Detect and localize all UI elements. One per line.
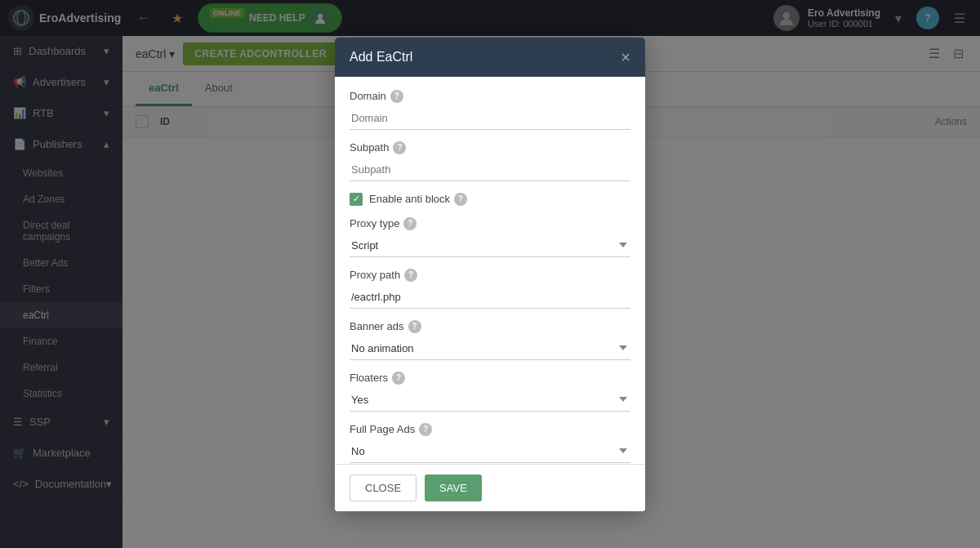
domain-group: Domain ? (350, 90, 630, 130)
proxy-type-label: Proxy type ? (350, 217, 630, 230)
modal-header: Add EaCtrl × (335, 38, 645, 77)
banner-ads-select[interactable]: No animation Animation None (350, 337, 630, 360)
full-page-ads-help-icon[interactable]: ? (419, 423, 432, 436)
modal-body: Domain ? Subpath ? ✓ Enable anti block ? (335, 77, 645, 464)
add-eactrl-modal: Add EaCtrl × Domain ? Subpath ? (335, 38, 645, 511)
proxy-type-group: Proxy type ? Script PHP None (350, 217, 630, 257)
domain-help-icon[interactable]: ? (390, 90, 403, 103)
subpath-help-icon[interactable]: ? (393, 141, 406, 154)
subpath-input[interactable] (350, 158, 630, 181)
anti-block-row: ✓ Enable anti block ? (350, 193, 630, 206)
full-page-ads-group: Full Page Ads ? No Yes (350, 423, 630, 463)
proxy-type-help-icon[interactable]: ? (403, 217, 416, 230)
proxy-path-group: Proxy path ? (350, 269, 630, 309)
modal-overlay[interactable]: Add EaCtrl × Domain ? Subpath ? (0, 0, 980, 548)
close-button[interactable]: CLOSE (350, 474, 416, 501)
floaters-group: Floaters ? Yes No (350, 372, 630, 412)
proxy-type-select[interactable]: Script PHP None (350, 234, 630, 257)
full-page-ads-label: Full Page Ads ? (350, 423, 630, 436)
modal-footer: CLOSE SAVE (335, 464, 645, 511)
subpath-label: Subpath ? (350, 141, 630, 154)
anti-block-checkbox[interactable]: ✓ (350, 193, 363, 206)
proxy-path-input[interactable] (350, 286, 630, 309)
subpath-group: Subpath ? (350, 141, 630, 181)
floaters-label: Floaters ? (350, 372, 630, 385)
banner-ads-label: Banner ads ? (350, 320, 630, 333)
save-button[interactable]: SAVE (425, 474, 482, 501)
anti-block-help-icon[interactable]: ? (454, 193, 467, 206)
proxy-path-label: Proxy path ? (350, 269, 630, 282)
modal-close-button[interactable]: × (621, 49, 630, 65)
proxy-path-help-icon[interactable]: ? (404, 269, 417, 282)
floaters-select[interactable]: Yes No (350, 389, 630, 412)
modal-title: Add EaCtrl (350, 50, 412, 65)
full-page-ads-select[interactable]: No Yes (350, 440, 630, 463)
domain-input[interactable] (350, 107, 630, 130)
banner-ads-help-icon[interactable]: ? (408, 320, 421, 333)
floaters-help-icon[interactable]: ? (392, 372, 405, 385)
domain-label: Domain ? (350, 90, 630, 103)
banner-ads-group: Banner ads ? No animation Animation None (350, 320, 630, 360)
anti-block-label: Enable anti block ? (369, 193, 467, 206)
